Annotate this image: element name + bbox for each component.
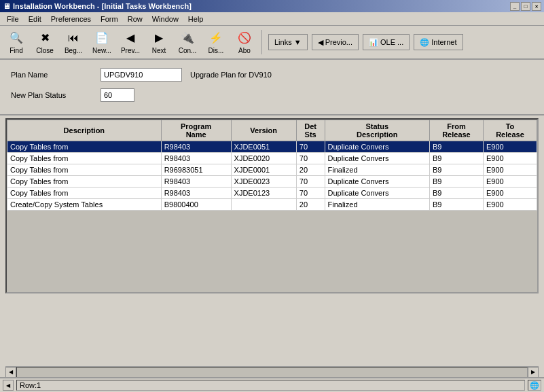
- table-cell: Duplicate Convers: [325, 176, 429, 188]
- internet-button[interactable]: 🌐 Internet: [414, 34, 463, 50]
- abo-button[interactable]: 🚫 Abo: [231, 28, 258, 56]
- table-cell: XJDE0123: [231, 188, 296, 199]
- new-plan-status-row: New Plan Status: [11, 88, 533, 102]
- abo-label: Abo: [238, 47, 251, 54]
- col-header-to-release: ToRelease: [483, 120, 537, 141]
- internet-label: Internet: [431, 38, 456, 46]
- table-cell: R98403: [161, 141, 231, 153]
- col-header-version: Version: [231, 120, 296, 141]
- table-cell: 20: [296, 164, 325, 176]
- maximize-button[interactable]: □: [521, 2, 530, 11]
- minimize-button[interactable]: _: [510, 2, 520, 11]
- table-cell: XJDE0020: [231, 153, 296, 164]
- table-cell: Copy Tables from: [7, 176, 162, 188]
- title-bar: 🖥 Installation Workbench - [Initial Task…: [0, 0, 544, 12]
- status-text-area: Row:1: [16, 380, 525, 391]
- table-cell: Duplicate Convers: [325, 141, 429, 153]
- table-cell: Copy Tables from: [7, 188, 162, 199]
- con-button[interactable]: 🔌 Con...: [174, 28, 201, 56]
- table-cell: 20: [296, 199, 325, 211]
- table-cell: 70: [296, 176, 325, 188]
- toolbar-right: Links ▼ ◀ Previo... 📊 OLE ... 🌐 Internet: [268, 34, 463, 50]
- links-button[interactable]: Links ▼: [268, 34, 308, 50]
- scroll-left-button[interactable]: ◀: [5, 367, 16, 378]
- table-cell: E900: [483, 188, 537, 199]
- table-cell: Duplicate Convers: [325, 188, 429, 199]
- table-cell: 70: [296, 153, 325, 164]
- scroll-right-button[interactable]: ▶: [528, 367, 539, 378]
- find-button[interactable]: 🔍 Find: [3, 28, 30, 56]
- toolbar: 🔍 Find ✖ Close ⏮ Beg... 📄 New... ◀ Prev.…: [0, 26, 544, 60]
- data-table: Description ProgramName Version DetSts S…: [7, 120, 537, 211]
- table-cell: B9: [429, 199, 483, 211]
- table-cell: Copy Tables from: [7, 141, 162, 153]
- table-cell: R96983051: [161, 164, 231, 176]
- menu-help[interactable]: Help: [184, 14, 208, 24]
- prev-button[interactable]: ◀ Prev...: [117, 28, 144, 56]
- new-plan-status-input[interactable]: [101, 88, 134, 102]
- table-cell: E900: [483, 199, 537, 211]
- table-cell: XJDE0023: [231, 176, 296, 188]
- table-cell: R98403: [161, 176, 231, 188]
- table-cell: Copy Tables from: [7, 164, 162, 176]
- table-cell: 70: [296, 141, 325, 153]
- menu-form[interactable]: Form: [96, 14, 122, 24]
- scroll-track[interactable]: [16, 367, 528, 378]
- plan-name-row: Plan Name Upgrade Plan for DV910: [11, 68, 533, 82]
- table-row[interactable]: Create/Copy System TablesB980040020Final…: [7, 199, 537, 211]
- plan-name-label: Plan Name: [11, 71, 92, 79]
- table-cell: Create/Copy System Tables: [7, 199, 162, 211]
- table-row[interactable]: Copy Tables fromR98403XJDE005170Duplicat…: [7, 141, 537, 153]
- prev-label: Prev...: [121, 47, 140, 54]
- menu-edit[interactable]: Edit: [24, 14, 46, 24]
- table-cell: 70: [296, 188, 325, 199]
- beg-button[interactable]: ⏮ Beg...: [60, 28, 87, 56]
- new-icon: 📄: [94, 31, 109, 46]
- menu-file[interactable]: File: [3, 14, 23, 24]
- table-cell: [231, 199, 296, 211]
- next-button[interactable]: ▶ Next: [145, 28, 173, 56]
- find-label: Find: [10, 47, 22, 54]
- col-header-det-sts: DetSts: [296, 120, 325, 141]
- next-icon: ▶: [151, 31, 166, 46]
- find-icon: 🔍: [9, 31, 24, 46]
- next-label: Next: [152, 47, 166, 54]
- new-button[interactable]: 📄 New...: [88, 28, 115, 56]
- close-button[interactable]: ×: [532, 2, 541, 11]
- col-header-from-release: FromRelease: [429, 120, 483, 141]
- dis-button[interactable]: ⚡ Dis...: [202, 28, 230, 56]
- beg-icon: ⏮: [66, 31, 81, 46]
- table-cell: XJDE0051: [231, 141, 296, 153]
- plan-name-input[interactable]: [101, 68, 182, 82]
- table-cell: B9: [429, 176, 483, 188]
- menu-bar: File Edit Preferences Form Row Window He…: [0, 12, 544, 26]
- table-cell: E900: [483, 141, 537, 153]
- table-row[interactable]: Copy Tables fromR98403XJDE012370Duplicat…: [7, 188, 537, 199]
- table-cell: E900: [483, 176, 537, 188]
- close-tool-button[interactable]: ✖ Close: [31, 28, 58, 56]
- table-cell: B9800400: [161, 199, 231, 211]
- horizontal-scrollbar: ◀ ▶: [5, 366, 539, 377]
- plan-name-description: Upgrade Plan for DV910: [190, 71, 272, 79]
- menu-window[interactable]: Window: [148, 14, 183, 24]
- prev-icon: ◀: [123, 31, 138, 46]
- previo-button[interactable]: ◀ Previo...: [312, 34, 359, 50]
- links-label: Links: [274, 38, 292, 46]
- col-header-description: Description: [7, 120, 162, 141]
- table-cell: B9: [429, 141, 483, 153]
- table-cell: B9: [429, 164, 483, 176]
- table-row[interactable]: Copy Tables fromR96983051XJDE000120Final…: [7, 164, 537, 176]
- ole-button[interactable]: 📊 OLE ...: [363, 34, 410, 50]
- table-cell: E900: [483, 153, 537, 164]
- table-scroll-area: Description ProgramName Version DetSts S…: [5, 118, 539, 293]
- table-cell: Finalized: [325, 164, 429, 176]
- menu-preferences[interactable]: Preferences: [47, 14, 95, 24]
- status-scroll-left[interactable]: ◀: [3, 380, 14, 391]
- table-row[interactable]: Copy Tables fromR98403XJDE002370Duplicat…: [7, 176, 537, 188]
- table-cell: B9: [429, 188, 483, 199]
- menu-row[interactable]: Row: [124, 14, 147, 24]
- con-label: Con...: [179, 47, 197, 54]
- table-cell: Copy Tables from: [7, 153, 162, 164]
- table-cell: XJDE0001: [231, 164, 296, 176]
- table-row[interactable]: Copy Tables fromR98403XJDE002070Duplicat…: [7, 153, 537, 164]
